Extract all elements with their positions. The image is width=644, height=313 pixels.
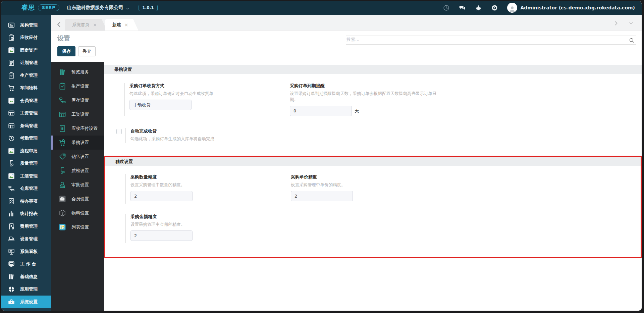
messages-icon[interactable] bbox=[459, 4, 466, 11]
discard-button[interactable]: 丢弃 bbox=[78, 46, 96, 56]
clipboard-check-icon bbox=[58, 82, 66, 90]
brand-badge: SERP bbox=[38, 4, 59, 11]
user-menu[interactable]: Administrator (cs-demo.xbg.rokedata.com) bbox=[507, 3, 635, 13]
sidebar-item-label: 采购管理 bbox=[20, 22, 38, 28]
field-label: 采购金额精度 bbox=[130, 214, 286, 220]
sidebar-item[interactable]: 系统设置 bbox=[1, 296, 51, 308]
board-icon bbox=[8, 248, 15, 255]
header-actions: Administrator (cs-demo.xbg.rokedata.com) bbox=[443, 3, 635, 13]
settings-nav-label: 列表设置 bbox=[71, 224, 89, 230]
briefcase-icon bbox=[8, 298, 15, 306]
sidebar-item[interactable]: 质量管理 bbox=[1, 157, 51, 170]
sidebar-item[interactable]: 设备管理 bbox=[1, 233, 51, 246]
gear-icon[interactable] bbox=[491, 4, 498, 11]
sidebar-item[interactable]: 计划管理 bbox=[1, 57, 51, 69]
form-field: 采购订单收货方式 勾选此项，采购订单确定时会自动生成收货单 bbox=[124, 83, 285, 116]
sidebar-item[interactable]: 条码管理 bbox=[1, 119, 51, 132]
save-button[interactable]: 保存 bbox=[57, 46, 75, 56]
tabs-scroll-right-icon[interactable] bbox=[613, 21, 619, 26]
field-input[interactable] bbox=[130, 230, 193, 241]
form-field: 采购数量精度 设置采购管理中数量的精度。 bbox=[125, 174, 286, 204]
settings-nav-item[interactable]: 采购设置 bbox=[51, 136, 104, 150]
field-label: 采购单价精度 bbox=[291, 174, 446, 180]
tab-close-icon[interactable]: × bbox=[93, 22, 97, 28]
tab-label: 新建 bbox=[112, 22, 121, 28]
settings-nav-label: 物料设置 bbox=[71, 210, 89, 216]
field-input[interactable] bbox=[129, 100, 192, 110]
settings-nav-item[interactable]: 会员设置 bbox=[51, 192, 104, 206]
sidebar-item[interactable]: 基础信息 bbox=[1, 270, 51, 283]
sidebar-item[interactable]: 费用管理 bbox=[1, 220, 51, 233]
sidebar-item[interactable]: 系统看板 bbox=[1, 245, 51, 258]
search-bar bbox=[346, 35, 636, 45]
table-icon bbox=[8, 109, 15, 117]
settings-nav-item[interactable]: 列表设置 bbox=[51, 220, 104, 234]
settings-nav-item[interactable]: 生产设置 bbox=[51, 79, 104, 93]
sidebar-item-label: 固定资产 bbox=[20, 47, 38, 53]
settings-nav-item[interactable]: 销售设置 bbox=[51, 150, 104, 164]
settings-nav-item[interactable]: 预览服务 bbox=[51, 65, 104, 79]
tabs-list-icon[interactable] bbox=[629, 21, 634, 26]
settings-nav-label: 生产设置 bbox=[71, 83, 89, 89]
checkbox[interactable] bbox=[116, 129, 122, 134]
field-input[interactable] bbox=[291, 191, 353, 201]
settings-nav-item[interactable]: 工资设置 bbox=[51, 107, 104, 121]
search-input[interactable] bbox=[346, 36, 636, 45]
sidebar-item-label: 计划管理 bbox=[20, 60, 38, 66]
user-name: Administrator (cs-demo.xbg.rokedata.com) bbox=[520, 5, 635, 10]
sidebar-item[interactable]: 考勤管理 bbox=[1, 132, 51, 145]
sidebar-item[interactable]: 待办事项 bbox=[1, 195, 51, 208]
field-input[interactable] bbox=[130, 191, 193, 201]
caliper-icon bbox=[8, 160, 15, 167]
bar-chart-icon bbox=[8, 210, 15, 217]
sidebar-item[interactable]: 应收应付 bbox=[1, 32, 51, 44]
chevron-down-icon bbox=[125, 6, 130, 10]
tab-close-icon[interactable]: × bbox=[124, 22, 128, 28]
tab[interactable]: 新建× bbox=[105, 19, 139, 31]
field-input[interactable] bbox=[290, 106, 352, 116]
sidebar-item[interactable]: 会员管理 bbox=[1, 94, 51, 107]
sidebar-item[interactable]: 流程审批 bbox=[1, 145, 51, 157]
tab[interactable]: 系统首页× bbox=[65, 19, 107, 31]
field-label: 采购数量精度 bbox=[130, 174, 286, 180]
sidebar-item[interactable]: 采购管理 bbox=[1, 19, 51, 32]
sidebar-item-label: 待办事项 bbox=[20, 198, 38, 204]
sidebar-item[interactable]: 应用管理 bbox=[1, 283, 51, 296]
tabs-scroll-left-icon[interactable] bbox=[56, 21, 62, 28]
sidebar-item[interactable]: 工装管理 bbox=[1, 170, 51, 182]
company-selector[interactable]: 山东融科数据服务有限公司 bbox=[67, 5, 130, 11]
sidebar-item[interactable]: 工资管理 bbox=[1, 107, 51, 120]
tab-strip: 系统首页×新建× bbox=[51, 15, 642, 31]
sidebar-item[interactable]: 仓库管理 bbox=[1, 182, 51, 195]
settings-nav-item[interactable]: 质检设置 bbox=[51, 164, 104, 178]
settings-nav-item[interactable]: 审批设置 bbox=[51, 178, 104, 192]
sidebar-item[interactable]: 固定资产 bbox=[1, 44, 51, 57]
field-description: 勾选此项，采购订单确定时会自动生成收货单 bbox=[129, 91, 284, 97]
picture-icon bbox=[8, 97, 15, 104]
sidebar-item-label: 应收应付 bbox=[20, 35, 38, 41]
flow-icon bbox=[8, 185, 15, 192]
sidebar-item[interactable]: 生产管理 bbox=[1, 69, 51, 82]
form-field: 采购单价精度 设置采购管理中单价的精度。 bbox=[286, 174, 446, 204]
field-description: 设置采购管理中单价的精度。 bbox=[291, 182, 446, 188]
cube-icon bbox=[58, 209, 66, 217]
sidebar-item[interactable]: 车间物料 bbox=[1, 82, 51, 95]
sidebar-item[interactable]: 统计报表 bbox=[1, 208, 51, 220]
search-icon[interactable] bbox=[629, 37, 635, 44]
sidebar-item-label: 工 作 台 bbox=[20, 261, 36, 267]
store-icon bbox=[58, 195, 66, 203]
settings-nav-item[interactable]: 库存设置 bbox=[51, 93, 104, 107]
sidebar-item[interactable]: 工 作 台 bbox=[1, 258, 51, 271]
invoice-gear-icon bbox=[8, 223, 15, 230]
settings-nav-item[interactable]: 物料设置 bbox=[51, 206, 104, 220]
settings-nav-label: 预览服务 bbox=[71, 69, 89, 75]
sidebar-item-label: 会员管理 bbox=[20, 98, 38, 104]
field-suffix: 天 bbox=[355, 108, 359, 114]
settings-nav-label: 应收应付设置 bbox=[71, 125, 98, 132]
bug-icon[interactable] bbox=[475, 4, 482, 11]
clock-icon[interactable] bbox=[443, 4, 450, 11]
field-description: 勾选此项，采购订单生成的入库单将自动完成 bbox=[130, 136, 214, 142]
field-description: 设置采购管理中数量的精度。 bbox=[130, 182, 285, 188]
brand-logo-icon bbox=[10, 3, 18, 12]
settings-nav-item[interactable]: 应收应付设置 bbox=[51, 121, 104, 136]
